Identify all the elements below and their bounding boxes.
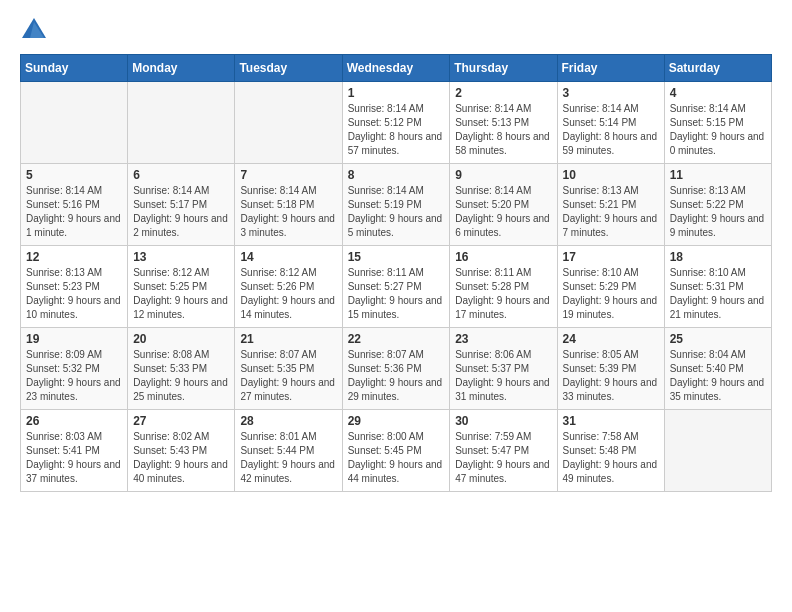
day-number: 18: [670, 250, 766, 264]
day-number: 16: [455, 250, 551, 264]
day-info: Sunrise: 8:14 AM Sunset: 5:16 PM Dayligh…: [26, 184, 122, 240]
calendar-cell: 17Sunrise: 8:10 AM Sunset: 5:29 PM Dayli…: [557, 246, 664, 328]
calendar-cell: 27Sunrise: 8:02 AM Sunset: 5:43 PM Dayli…: [128, 410, 235, 492]
week-row-1: 1Sunrise: 8:14 AM Sunset: 5:12 PM Daylig…: [21, 82, 772, 164]
calendar-cell: 4Sunrise: 8:14 AM Sunset: 5:15 PM Daylig…: [664, 82, 771, 164]
day-info: Sunrise: 8:04 AM Sunset: 5:40 PM Dayligh…: [670, 348, 766, 404]
day-number: 12: [26, 250, 122, 264]
col-header-monday: Monday: [128, 55, 235, 82]
calendar-cell: 30Sunrise: 7:59 AM Sunset: 5:47 PM Dayli…: [450, 410, 557, 492]
calendar-cell: 3Sunrise: 8:14 AM Sunset: 5:14 PM Daylig…: [557, 82, 664, 164]
day-info: Sunrise: 8:14 AM Sunset: 5:12 PM Dayligh…: [348, 102, 445, 158]
calendar-cell: 5Sunrise: 8:14 AM Sunset: 5:16 PM Daylig…: [21, 164, 128, 246]
day-number: 1: [348, 86, 445, 100]
day-number: 2: [455, 86, 551, 100]
day-info: Sunrise: 8:10 AM Sunset: 5:31 PM Dayligh…: [670, 266, 766, 322]
day-number: 24: [563, 332, 659, 346]
day-info: Sunrise: 8:07 AM Sunset: 5:36 PM Dayligh…: [348, 348, 445, 404]
calendar-cell: 31Sunrise: 7:58 AM Sunset: 5:48 PM Dayli…: [557, 410, 664, 492]
calendar-cell: 12Sunrise: 8:13 AM Sunset: 5:23 PM Dayli…: [21, 246, 128, 328]
day-number: 7: [240, 168, 336, 182]
day-info: Sunrise: 8:14 AM Sunset: 5:20 PM Dayligh…: [455, 184, 551, 240]
day-number: 13: [133, 250, 229, 264]
day-number: 26: [26, 414, 122, 428]
calendar-table: SundayMondayTuesdayWednesdayThursdayFrid…: [20, 54, 772, 492]
calendar-cell: 15Sunrise: 8:11 AM Sunset: 5:27 PM Dayli…: [342, 246, 450, 328]
day-number: 8: [348, 168, 445, 182]
day-number: 19: [26, 332, 122, 346]
col-header-wednesday: Wednesday: [342, 55, 450, 82]
calendar-cell: 24Sunrise: 8:05 AM Sunset: 5:39 PM Dayli…: [557, 328, 664, 410]
calendar-cell: 22Sunrise: 8:07 AM Sunset: 5:36 PM Dayli…: [342, 328, 450, 410]
day-number: 9: [455, 168, 551, 182]
day-number: 27: [133, 414, 229, 428]
logo: [20, 16, 52, 44]
day-info: Sunrise: 8:05 AM Sunset: 5:39 PM Dayligh…: [563, 348, 659, 404]
week-row-5: 26Sunrise: 8:03 AM Sunset: 5:41 PM Dayli…: [21, 410, 772, 492]
day-number: 28: [240, 414, 336, 428]
day-info: Sunrise: 8:14 AM Sunset: 5:18 PM Dayligh…: [240, 184, 336, 240]
week-row-3: 12Sunrise: 8:13 AM Sunset: 5:23 PM Dayli…: [21, 246, 772, 328]
day-info: Sunrise: 8:12 AM Sunset: 5:26 PM Dayligh…: [240, 266, 336, 322]
day-info: Sunrise: 8:02 AM Sunset: 5:43 PM Dayligh…: [133, 430, 229, 486]
calendar-header-row: SundayMondayTuesdayWednesdayThursdayFrid…: [21, 55, 772, 82]
calendar-cell: 26Sunrise: 8:03 AM Sunset: 5:41 PM Dayli…: [21, 410, 128, 492]
calendar-cell: 13Sunrise: 8:12 AM Sunset: 5:25 PM Dayli…: [128, 246, 235, 328]
day-info: Sunrise: 8:11 AM Sunset: 5:28 PM Dayligh…: [455, 266, 551, 322]
day-info: Sunrise: 8:12 AM Sunset: 5:25 PM Dayligh…: [133, 266, 229, 322]
calendar-cell: [235, 82, 342, 164]
day-info: Sunrise: 8:13 AM Sunset: 5:22 PM Dayligh…: [670, 184, 766, 240]
col-header-thursday: Thursday: [450, 55, 557, 82]
day-number: 23: [455, 332, 551, 346]
day-info: Sunrise: 8:01 AM Sunset: 5:44 PM Dayligh…: [240, 430, 336, 486]
calendar-cell: 23Sunrise: 8:06 AM Sunset: 5:37 PM Dayli…: [450, 328, 557, 410]
day-number: 10: [563, 168, 659, 182]
calendar-cell: 28Sunrise: 8:01 AM Sunset: 5:44 PM Dayli…: [235, 410, 342, 492]
col-header-tuesday: Tuesday: [235, 55, 342, 82]
day-info: Sunrise: 8:09 AM Sunset: 5:32 PM Dayligh…: [26, 348, 122, 404]
calendar-cell: 1Sunrise: 8:14 AM Sunset: 5:12 PM Daylig…: [342, 82, 450, 164]
calendar-cell: 18Sunrise: 8:10 AM Sunset: 5:31 PM Dayli…: [664, 246, 771, 328]
day-number: 30: [455, 414, 551, 428]
calendar-cell: 7Sunrise: 8:14 AM Sunset: 5:18 PM Daylig…: [235, 164, 342, 246]
calendar-cell: [664, 410, 771, 492]
calendar-cell: 9Sunrise: 8:14 AM Sunset: 5:20 PM Daylig…: [450, 164, 557, 246]
day-info: Sunrise: 8:14 AM Sunset: 5:19 PM Dayligh…: [348, 184, 445, 240]
day-info: Sunrise: 8:14 AM Sunset: 5:15 PM Dayligh…: [670, 102, 766, 158]
day-info: Sunrise: 8:14 AM Sunset: 5:13 PM Dayligh…: [455, 102, 551, 158]
col-header-friday: Friday: [557, 55, 664, 82]
calendar-cell: 2Sunrise: 8:14 AM Sunset: 5:13 PM Daylig…: [450, 82, 557, 164]
day-number: 5: [26, 168, 122, 182]
day-info: Sunrise: 8:14 AM Sunset: 5:17 PM Dayligh…: [133, 184, 229, 240]
calendar-cell: 11Sunrise: 8:13 AM Sunset: 5:22 PM Dayli…: [664, 164, 771, 246]
day-info: Sunrise: 8:13 AM Sunset: 5:21 PM Dayligh…: [563, 184, 659, 240]
day-number: 6: [133, 168, 229, 182]
day-info: Sunrise: 8:10 AM Sunset: 5:29 PM Dayligh…: [563, 266, 659, 322]
day-number: 11: [670, 168, 766, 182]
day-number: 15: [348, 250, 445, 264]
logo-icon: [20, 16, 48, 44]
header: [20, 16, 772, 44]
calendar-cell: 21Sunrise: 8:07 AM Sunset: 5:35 PM Dayli…: [235, 328, 342, 410]
day-info: Sunrise: 8:08 AM Sunset: 5:33 PM Dayligh…: [133, 348, 229, 404]
calendar-cell: 8Sunrise: 8:14 AM Sunset: 5:19 PM Daylig…: [342, 164, 450, 246]
calendar-cell: 25Sunrise: 8:04 AM Sunset: 5:40 PM Dayli…: [664, 328, 771, 410]
page: SundayMondayTuesdayWednesdayThursdayFrid…: [0, 0, 792, 508]
day-info: Sunrise: 8:06 AM Sunset: 5:37 PM Dayligh…: [455, 348, 551, 404]
day-number: 3: [563, 86, 659, 100]
day-number: 25: [670, 332, 766, 346]
day-info: Sunrise: 7:58 AM Sunset: 5:48 PM Dayligh…: [563, 430, 659, 486]
day-info: Sunrise: 7:59 AM Sunset: 5:47 PM Dayligh…: [455, 430, 551, 486]
day-number: 22: [348, 332, 445, 346]
day-number: 29: [348, 414, 445, 428]
calendar-cell: 19Sunrise: 8:09 AM Sunset: 5:32 PM Dayli…: [21, 328, 128, 410]
day-info: Sunrise: 8:00 AM Sunset: 5:45 PM Dayligh…: [348, 430, 445, 486]
day-info: Sunrise: 8:11 AM Sunset: 5:27 PM Dayligh…: [348, 266, 445, 322]
calendar-cell: 10Sunrise: 8:13 AM Sunset: 5:21 PM Dayli…: [557, 164, 664, 246]
calendar-cell: 16Sunrise: 8:11 AM Sunset: 5:28 PM Dayli…: [450, 246, 557, 328]
col-header-saturday: Saturday: [664, 55, 771, 82]
day-number: 14: [240, 250, 336, 264]
day-info: Sunrise: 8:07 AM Sunset: 5:35 PM Dayligh…: [240, 348, 336, 404]
day-number: 4: [670, 86, 766, 100]
day-number: 21: [240, 332, 336, 346]
